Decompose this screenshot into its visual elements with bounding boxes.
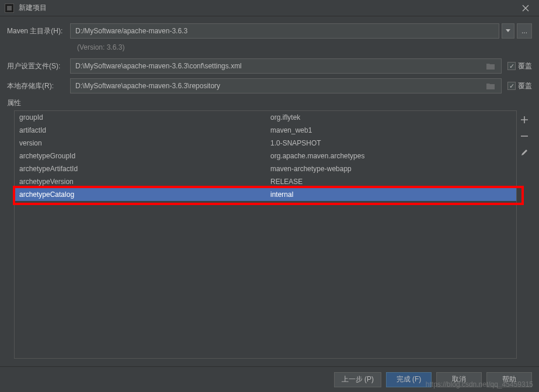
maven-home-row: Maven 主目录(H): D:/MySoftware/apache-maven… <box>7 23 532 39</box>
app-icon <box>5 4 14 13</box>
properties-table[interactable]: groupId org.iflytek artifactId maven_web… <box>14 110 517 359</box>
prop-key: archetypeVersion <box>19 178 270 186</box>
properties-actions <box>517 110 532 359</box>
prop-key: version <box>19 139 270 147</box>
prop-value: maven-archetype-webapp <box>270 165 512 173</box>
svg-rect-0 <box>7 6 12 11</box>
titlebar: 新建项目 <box>0 0 539 16</box>
settings-override-label: 覆盖 <box>518 61 532 71</box>
edit-button[interactable] <box>519 147 530 158</box>
table-row[interactable]: version 1.0-SNAPSHOT <box>15 137 516 150</box>
settings-override-wrap: 覆盖 <box>507 61 532 71</box>
settings-override-checkbox[interactable] <box>507 62 516 70</box>
table-row[interactable]: artifactId maven_web1 <box>15 124 516 137</box>
properties-panel: groupId org.iflytek artifactId maven_web… <box>14 110 532 359</box>
window-title: 新建项目 <box>19 3 517 13</box>
prop-key: archetypeGroupId <box>19 152 270 160</box>
prop-key: groupId <box>19 113 270 122</box>
maven-version-text: (Version: 3.6.3) <box>77 43 532 51</box>
prop-value: org.iflytek <box>270 113 512 122</box>
remove-button[interactable] <box>519 130 530 142</box>
repo-label: 本地存储库(R): <box>7 81 70 91</box>
settings-file-value: D:\MySoftware\apache-maven-3.6.3\conf\se… <box>75 62 242 70</box>
prop-key: archetypeCatalog <box>19 190 270 199</box>
repo-override-checkbox[interactable] <box>507 82 516 90</box>
finish-button[interactable]: 完成 (F) <box>386 372 432 387</box>
folder-icon[interactable] <box>485 82 496 90</box>
close-button[interactable] <box>517 0 534 16</box>
maven-home-label: Maven 主目录(H): <box>7 26 70 36</box>
prop-key: archetypeArtifactId <box>19 165 270 173</box>
repo-input[interactable]: D:\MySoftware\apache-maven-3.6.3\reposit… <box>70 78 502 93</box>
dialog-footer: 上一步 (P) 完成 (F) 取消 帮助 <box>0 366 539 392</box>
maven-home-browse-button[interactable]: ... <box>517 23 532 39</box>
maven-home-input[interactable]: D:/MySoftware/apache-maven-3.6.3 <box>70 23 499 39</box>
table-row[interactable]: archetypeCatalog internal <box>15 188 516 201</box>
prop-key: artifactId <box>19 126 270 134</box>
help-button[interactable]: 帮助 <box>486 372 532 387</box>
cancel-button[interactable]: 取消 <box>436 372 482 387</box>
prop-value: 1.0-SNAPSHOT <box>270 139 512 147</box>
maven-home-value: D:/MySoftware/apache-maven-3.6.3 <box>75 27 187 35</box>
settings-file-input[interactable]: D:\MySoftware\apache-maven-3.6.3\conf\se… <box>70 58 502 74</box>
dialog-content: Maven 主目录(H): D:/MySoftware/apache-maven… <box>0 16 539 359</box>
add-button[interactable] <box>519 114 530 126</box>
repo-override-label: 覆盖 <box>518 81 532 91</box>
properties-section-label: 属性 <box>7 98 532 108</box>
prop-value: RELEASE <box>270 178 512 186</box>
prop-value: org.apache.maven.archetypes <box>270 152 512 160</box>
maven-home-dropdown[interactable] <box>502 23 514 39</box>
settings-file-row: 用户设置文件(S): D:\MySoftware\apache-maven-3.… <box>7 58 532 74</box>
table-row[interactable]: archetypeArtifactId maven-archetype-weba… <box>15 162 516 175</box>
repo-row: 本地存储库(R): D:\MySoftware\apache-maven-3.6… <box>7 78 532 93</box>
settings-file-label: 用户设置文件(S): <box>7 61 70 71</box>
repo-value: D:\MySoftware\apache-maven-3.6.3\reposit… <box>75 82 220 90</box>
table-row[interactable]: archetypeVersion RELEASE <box>15 175 516 188</box>
table-row[interactable]: archetypeGroupId org.apache.maven.archet… <box>15 150 516 162</box>
prop-value: maven_web1 <box>270 126 512 134</box>
previous-button[interactable]: 上一步 (P) <box>334 372 381 387</box>
folder-icon[interactable] <box>485 62 496 70</box>
prop-value: internal <box>270 190 512 199</box>
table-row[interactable]: groupId org.iflytek <box>15 111 516 124</box>
repo-override-wrap: 覆盖 <box>507 81 532 91</box>
